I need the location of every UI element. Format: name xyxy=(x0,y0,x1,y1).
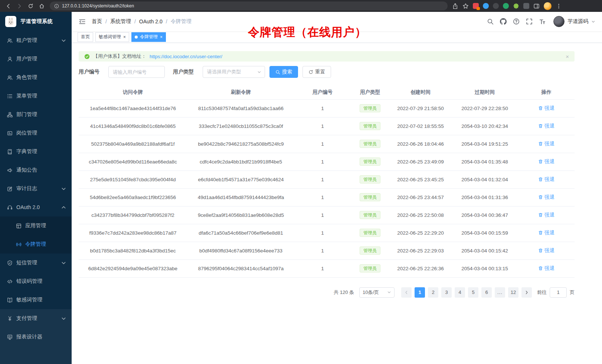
force-logout-button[interactable]: 强退 xyxy=(538,123,554,129)
page-button[interactable]: 2 xyxy=(428,287,438,298)
sidebar-item-tenant[interactable]: 租户管理 xyxy=(0,31,72,50)
sidebar-item-role[interactable]: 角色管理 xyxy=(0,68,72,87)
table-row: 502375b8040a469a9b82188afdf6af1fbe90422b… xyxy=(79,135,575,153)
sidebar-item-user[interactable]: 用户管理 xyxy=(0,50,72,68)
sidebar-item-dept[interactable]: 部门管理 xyxy=(0,105,72,124)
extension-icon[interactable] xyxy=(493,3,499,9)
sidebar-item-oauth2-app[interactable]: 应用管理 xyxy=(0,216,72,235)
sidebar-item-label: 审计日志 xyxy=(16,185,57,192)
user-type-cell: 管理员 xyxy=(350,206,390,224)
force-logout-button[interactable]: 强退 xyxy=(538,247,554,254)
extension-icon[interactable] xyxy=(483,3,489,9)
access-token-cell: 6d842e2924594de9a09e45e087323abe xyxy=(79,259,187,277)
user-type-select[interactable]: 请选择用户类型 xyxy=(203,66,265,78)
browser-menu-icon[interactable] xyxy=(556,3,562,9)
force-logout-button[interactable]: 强退 xyxy=(538,176,554,183)
sidebar-item-post[interactable]: 岗位管理 xyxy=(0,124,72,142)
extension-icon[interactable] xyxy=(473,3,479,9)
collapse-sidebar-icon[interactable] xyxy=(79,19,86,25)
reload-button[interactable] xyxy=(25,1,36,11)
sidebar-item-pay[interactable]: 支付管理 xyxy=(0,309,72,328)
refresh-token-cell: 333ecfc71e02480cb11055c875c3ca0f xyxy=(187,117,295,135)
sidebar-item-label: 报表设计器 xyxy=(16,334,66,340)
page-info-icon[interactable] xyxy=(54,4,59,9)
force-logout-button[interactable]: 强退 xyxy=(538,140,554,147)
force-logout-button[interactable]: 强退 xyxy=(538,265,554,272)
font-size-icon[interactable] xyxy=(539,18,546,25)
force-logout-button[interactable]: 强退 xyxy=(538,212,554,218)
expire-time-cell: 2054-03-04 00:36:47 xyxy=(451,206,518,224)
extension-icon[interactable] xyxy=(503,3,509,9)
edit-icon xyxy=(7,186,13,192)
browser-panel-icon[interactable] xyxy=(533,3,540,9)
sidebar-item-oauth2-token[interactable]: 令牌管理 xyxy=(0,235,72,254)
close-tab-icon[interactable]: × xyxy=(123,35,126,39)
sidebar-item-notice[interactable]: 通知公告 xyxy=(0,161,72,179)
prev-page-button[interactable] xyxy=(401,287,412,298)
page-button[interactable]: 12 xyxy=(508,287,518,298)
user-type-cell: 管理员 xyxy=(350,224,390,242)
page-button[interactable]: 5 xyxy=(468,287,478,298)
force-logout-label: 强退 xyxy=(544,140,554,147)
page-button[interactable]: 1 xyxy=(415,287,425,298)
create-time-cell: 2022-06-25 23:49:09 xyxy=(390,153,451,171)
reset-button[interactable]: 重置 xyxy=(302,66,331,78)
force-logout-label: 强退 xyxy=(544,194,554,201)
force-logout-button[interactable]: 强退 xyxy=(538,158,554,165)
github-icon[interactable] xyxy=(500,18,507,25)
close-alert-icon[interactable]: × xyxy=(566,54,569,59)
doc-alert: 【用户体系】文档地址： https://doc.iocoder.cn/user-… xyxy=(79,51,575,62)
trash-icon xyxy=(538,159,543,164)
page-button[interactable]: 3 xyxy=(441,287,452,298)
back-button[interactable] xyxy=(3,1,13,11)
user-dropdown[interactable]: 芋道源码 xyxy=(553,16,595,27)
home-button[interactable] xyxy=(36,1,47,11)
page-button[interactable]: 4 xyxy=(455,287,465,298)
sidebar-item-audit-log[interactable]: 审计日志 xyxy=(0,179,72,198)
force-logout-button[interactable]: 强退 xyxy=(538,229,554,236)
app-logo[interactable]: 芋道管理系统 xyxy=(0,12,72,31)
page-size-select[interactable]: 10条/页 xyxy=(359,287,395,298)
force-logout-button[interactable]: 强退 xyxy=(538,105,554,112)
browser-profile-avatar[interactable] xyxy=(544,2,552,10)
help-icon[interactable] xyxy=(513,18,520,25)
share-icon[interactable] xyxy=(452,3,458,9)
fullscreen-icon[interactable] xyxy=(526,18,533,25)
sidebar-item-report-designer[interactable]: 报表设计器 xyxy=(0,328,72,346)
force-logout-button[interactable]: 强退 xyxy=(538,194,554,201)
bookmark-star-icon[interactable] xyxy=(462,3,469,9)
check-circle-icon xyxy=(84,54,90,59)
tab-home[interactable]: 首页 xyxy=(78,32,93,42)
doc-link[interactable]: https://doc.iocoder.cn/user-center/ xyxy=(150,54,222,59)
sidebar-item-menu[interactable]: 菜单管理 xyxy=(0,87,72,105)
breadcrumb-item[interactable]: 系统管理 xyxy=(110,18,131,25)
user-id-cell: 1 xyxy=(295,99,350,117)
user-id-input[interactable] xyxy=(108,66,165,78)
search-button[interactable]: 搜索 xyxy=(269,66,298,78)
forward-button[interactable] xyxy=(14,1,24,11)
page-button[interactable]: 6 xyxy=(481,287,492,298)
sidebar-item-dict[interactable]: 字典管理 xyxy=(0,142,72,161)
user-type-label: 用户类型 xyxy=(173,69,194,75)
sidebar-item-sensitive-word[interactable]: 敏感词管理 xyxy=(0,291,72,309)
tab-token[interactable]: 令牌管理× xyxy=(131,32,166,42)
breadcrumb-separator: / xyxy=(134,19,136,24)
sidebar-item-label: OAuth 2.0 xyxy=(16,204,57,210)
next-page-button[interactable] xyxy=(521,287,532,298)
tab-sensitive-word[interactable]: 敏感词管理× xyxy=(95,32,129,42)
extensions-puzzle-icon[interactable] xyxy=(513,3,519,9)
more-pages-button[interactable]: ... xyxy=(495,287,505,298)
close-tab-icon[interactable]: × xyxy=(160,35,163,39)
breadcrumb-item[interactable]: OAuth 2.0 xyxy=(139,19,163,24)
sidebar-item-sms[interactable]: 短信管理 xyxy=(0,254,72,272)
sidebar-item-oauth2[interactable]: OAuth 2.0 xyxy=(0,198,72,216)
create-time-cell: 2022-07-02 18:55:55 xyxy=(390,117,451,135)
goto-page-input[interactable] xyxy=(550,287,567,298)
extension-icon[interactable] xyxy=(523,3,529,9)
refresh-token-cell: 8796295f04064c2983414cc54af1097a xyxy=(187,259,295,277)
header-search-icon[interactable] xyxy=(487,18,494,25)
breadcrumb-item[interactable]: 首页 xyxy=(92,18,102,25)
sidebar-menu-bottom: 支付管理报表设计器 xyxy=(0,309,72,364)
sidebar-item-error-code[interactable]: 错误码管理 xyxy=(0,272,72,291)
url-bar[interactable]: 127.0.0.1:1024/system/oauth2/token xyxy=(50,1,448,10)
